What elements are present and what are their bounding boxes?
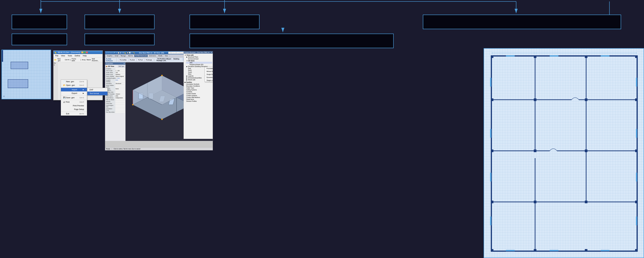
tree-analytical-model[interactable]: Analytical Model (3D) bbox=[186, 64, 212, 66]
flow-box-7 bbox=[190, 34, 394, 48]
tree-cable-trays[interactable]: Cable Trays bbox=[186, 87, 212, 89]
toolbar-shortcut-n: Ctrl+N bbox=[65, 59, 70, 61]
tree-ceiling-systems[interactable]: Ceiling Systems bbox=[186, 89, 212, 91]
menu-exit[interactable]: Exit Alt+F4 bbox=[61, 112, 87, 116]
svg-rect-64 bbox=[490, 78, 491, 87]
tree-detail-items[interactable]: Detail Items bbox=[186, 98, 212, 100]
menu-file[interactable]: File bbox=[54, 54, 60, 57]
tree-curtain-panels[interactable]: Curtain Panels bbox=[186, 93, 212, 95]
prop-value-title-sheet bbox=[115, 99, 125, 101]
tab-plpak-revit[interactable]: PLPAK-Revit Link bbox=[134, 55, 148, 57]
menu-define[interactable]: Define bbox=[74, 54, 81, 57]
prop-dependency: DependencyIndependent bbox=[106, 97, 125, 99]
prop-value-vis-graph[interactable]: Edit... bbox=[117, 77, 125, 79]
svg-rect-67 bbox=[490, 216, 491, 225]
toolbar-label-match[interactable]: Match bbox=[86, 59, 91, 61]
maximize-button[interactable]: □ bbox=[84, 51, 86, 54]
prop-label-hidden-lines: Show Hidden Lines... bbox=[106, 85, 115, 88]
browser-close[interactable]: ✕ bbox=[211, 52, 212, 54]
tab-view[interactable]: View bbox=[164, 55, 169, 57]
menu-import[interactable]: Import ▶ DXF Text format bbox=[61, 88, 87, 91]
tree-curtain-wall-mullions[interactable]: Curtain Wall Mullions bbox=[186, 97, 212, 98]
menu-view[interactable]: View bbox=[60, 54, 66, 57]
tbm-foundation-only[interactable]: Foundation Only bbox=[205, 67, 213, 70]
svg-rect-51 bbox=[585, 201, 588, 203]
menu-print-shortcut: Ctrl+P bbox=[80, 101, 84, 103]
menu-save-gen[interactable]: 💾 Save .gen Ctrl+S bbox=[61, 96, 87, 99]
properties-title: Properties ✕ bbox=[105, 62, 126, 65]
prop-crop-region: Crop Region Visi... bbox=[106, 105, 125, 108]
tbm-stages[interactable]: Stages of Construction bbox=[205, 79, 213, 82]
window-controls[interactable]: _ □ ✕ bbox=[81, 51, 88, 54]
menu-export[interactable]: Export ▶ bbox=[61, 91, 87, 95]
tab-plcnemar[interactable]: PLCneMar bbox=[118, 59, 128, 61]
tab-pldesign[interactable]: PLDesign bbox=[144, 59, 154, 61]
tab-plpool[interactable]: PLPool bbox=[137, 59, 144, 61]
revit-window-icons: ⬡ ↩ ↪ ↩ ↪ 🔍 ✂ 📋 🗑 ✏ A 📐 🔲 📊 🔭 📏 bbox=[106, 52, 135, 54]
prop-identity: Identity Data bbox=[106, 91, 125, 93]
prop-label-parts-vis: Parts Visibility bbox=[106, 76, 115, 77]
submenu-text-format[interactable]: Text format bbox=[87, 92, 108, 95]
tab-add-ins[interactable]: Add-Ins bbox=[127, 55, 134, 57]
tree-structural-plans-item[interactable]: ▶ Structural Plans bbox=[186, 56, 212, 58]
browser-title-text: Project Browser - One floor PAK.rvt bbox=[184, 52, 209, 53]
tab-email[interactable]: Email bbox=[114, 55, 120, 57]
tree-ground-level[interactable]: 02-Ground level bbox=[186, 58, 212, 60]
toolbar-icon-folder[interactable]: 📁 bbox=[54, 59, 56, 61]
edit-type-btn[interactable]: Edit Type bbox=[118, 65, 125, 67]
svg-rect-56 bbox=[635, 249, 638, 252]
tab-extensions[interactable]: Extensions bbox=[148, 55, 157, 57]
tab-plsgen[interactable]: PLsGen bbox=[128, 59, 136, 61]
tree-boundary-conditions[interactable]: Boundary Conditions bbox=[186, 85, 212, 87]
properties-close[interactable]: ✕ bbox=[124, 63, 125, 65]
prop-value-graphic-disp[interactable]: Edit... bbox=[115, 79, 125, 83]
tree-views-all[interactable]: ▼ Views (all) bbox=[184, 54, 212, 56]
prop-detail-level: Detail LevelMedium bbox=[106, 74, 125, 76]
tree-3d-views-item[interactable]: ▼ 3D Views bbox=[186, 60, 212, 62]
menu-new-gen[interactable]: 📄 New .gen Ctrl+N bbox=[61, 80, 87, 83]
blueprint-grid: X bbox=[2, 50, 50, 99]
menu-tools[interactable]: Tools bbox=[66, 54, 73, 57]
menu-open-gen[interactable]: 📂 Open .gen Ctrl+O bbox=[61, 83, 87, 87]
revit-title: One floor PAK.rvt - 3D View: {3D} bbox=[139, 52, 164, 54]
tell-building-dropdown: Foundation Only Whole Building Single fl… bbox=[204, 67, 213, 82]
tree-conduits[interactable]: Conduits bbox=[186, 91, 212, 93]
menu-help[interactable]: Help bbox=[82, 54, 88, 57]
tree-annotation-symbols[interactable]: Annotation Symbols bbox=[186, 83, 212, 85]
toolbar-label-wall[interactable]: Wall Assemb... bbox=[92, 58, 102, 62]
tree-division-profiles[interactable]: Division Profiles bbox=[186, 100, 212, 102]
tab-manage[interactable]: Manage bbox=[120, 55, 127, 57]
menu-icon-save: 💾 bbox=[63, 97, 66, 99]
menu-page-setup[interactable]: Page Setup bbox=[61, 107, 87, 111]
tab-modify[interactable]: Modify bbox=[157, 55, 164, 57]
prop-label-graphic-disp: Graphic Display... bbox=[106, 79, 115, 83]
blueprint-room-2 bbox=[8, 79, 28, 88]
menu-new-label: New .gen bbox=[66, 80, 74, 83]
minimize-button[interactable]: _ bbox=[81, 51, 83, 54]
svg-rect-43 bbox=[585, 98, 588, 101]
tbm-whole-building[interactable]: Whole Building bbox=[205, 70, 213, 73]
tbm-single-floor[interactable]: Single floor export... bbox=[205, 73, 213, 76]
menu-print-preview[interactable]: Print Preview bbox=[61, 104, 87, 107]
toolbar-label-array[interactable]: Array bbox=[82, 59, 86, 61]
tab-graphics[interactable]: Graphics bbox=[106, 55, 114, 57]
close-button[interactable]: ✕ bbox=[86, 51, 88, 54]
prop-label-view-scale: View Scale bbox=[106, 70, 115, 72]
prop-label-detail-level: Detail Level bbox=[106, 74, 115, 75]
prop-value-graphics bbox=[115, 68, 125, 70]
plgen-titlebar: 📐 BE4E-PLGen - [Geometry] _ □ ✕ bbox=[54, 51, 102, 54]
svg-rect-49 bbox=[491, 201, 494, 203]
svg-rect-41 bbox=[491, 98, 494, 101]
prop-label-crop-region: Crop Region Visi... bbox=[106, 105, 115, 108]
submenu-dxf[interactable]: DXF bbox=[87, 88, 108, 92]
menu-print[interactable]: 🖨 Print Ctrl+P bbox=[61, 100, 87, 104]
properties-label: Properties bbox=[106, 63, 113, 64]
tbm-dynamics[interactable]: Dynamics bbox=[205, 76, 213, 79]
tree-curtain-systems[interactable]: Curtain Systems bbox=[186, 95, 212, 97]
prop-value-scale-value: 100 bbox=[115, 72, 125, 73]
toolbar-label-points[interactable]: Points table bbox=[72, 58, 80, 62]
revit-status-bar: Ready | Click to select, Tab for next, E… bbox=[105, 147, 213, 150]
browser-tree-content[interactable]: ▼ Views (all) ▶ Structural Plans 02-Grou… bbox=[184, 54, 213, 138]
tree-3d-active[interactable]: {3D} bbox=[186, 62, 212, 64]
status-divider: | bbox=[112, 148, 112, 150]
